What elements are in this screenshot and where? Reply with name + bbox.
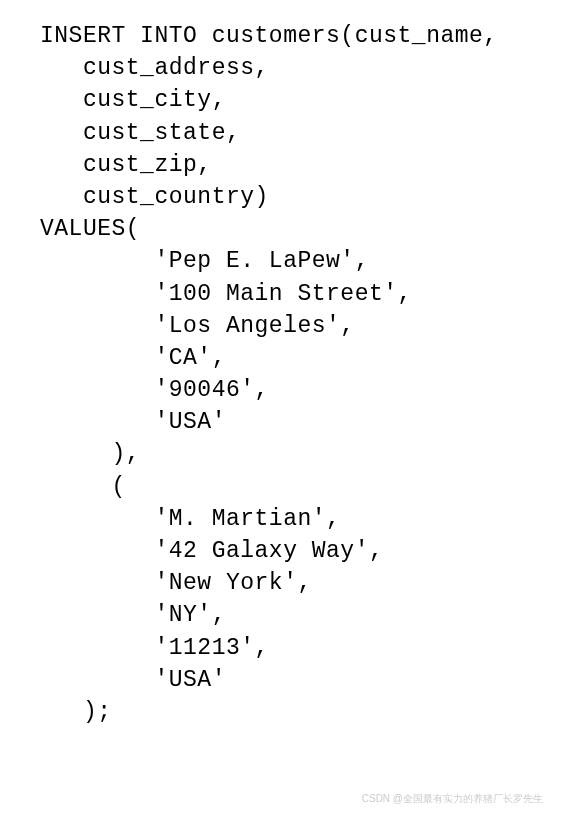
code-line: 'USA' bbox=[40, 664, 563, 696]
watermark-text: CSDN @全国最有实力的养猪厂长罗先生 bbox=[362, 792, 543, 806]
code-line: ); bbox=[40, 696, 563, 728]
code-block: INSERT INTO customers(cust_name, cust_ad… bbox=[40, 20, 563, 728]
code-line: ( bbox=[40, 471, 563, 503]
code-line: 'New York', bbox=[40, 567, 563, 599]
code-line: ), bbox=[40, 438, 563, 470]
code-line: cust_country) bbox=[40, 181, 563, 213]
code-line: 'NY', bbox=[40, 599, 563, 631]
code-line: INSERT INTO customers(cust_name, bbox=[40, 20, 563, 52]
code-line: 'Los Angeles', bbox=[40, 310, 563, 342]
code-line: 'CA', bbox=[40, 342, 563, 374]
code-line: cust_city, bbox=[40, 84, 563, 116]
code-line: 'Pep E. LaPew', bbox=[40, 245, 563, 277]
code-line: '100 Main Street', bbox=[40, 278, 563, 310]
code-line: cust_address, bbox=[40, 52, 563, 84]
code-line: cust_state, bbox=[40, 117, 563, 149]
code-line: 'M. Martian', bbox=[40, 503, 563, 535]
code-line: '11213', bbox=[40, 632, 563, 664]
code-line: cust_zip, bbox=[40, 149, 563, 181]
code-line: VALUES( bbox=[40, 213, 563, 245]
code-line: '42 Galaxy Way', bbox=[40, 535, 563, 567]
code-line: 'USA' bbox=[40, 406, 563, 438]
code-line: '90046', bbox=[40, 374, 563, 406]
